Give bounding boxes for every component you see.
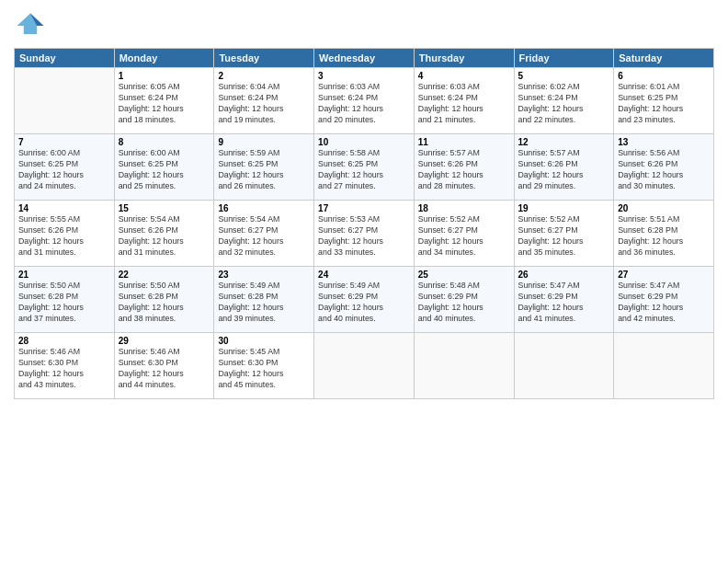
calendar-page: SundayMondayTuesdayWednesdayThursdayFrid… [0,0,728,563]
logo-icon [14,9,47,42]
day-info: Sunrise: 5:59 AMSunset: 6:25 PMDaylight:… [218,148,310,192]
day-info: Sunrise: 5:57 AMSunset: 6:26 PMDaylight:… [418,148,510,192]
calendar-cell: 27Sunrise: 5:47 AMSunset: 6:29 PMDayligh… [614,267,714,333]
calendar-cell: 28Sunrise: 5:46 AMSunset: 6:30 PMDayligh… [15,333,115,399]
day-info: Sunrise: 6:04 AMSunset: 6:24 PMDaylight:… [218,82,310,126]
calendar-body: 1Sunrise: 6:05 AMSunset: 6:24 PMDaylight… [15,68,714,399]
calendar-cell: 15Sunrise: 5:54 AMSunset: 6:26 PMDayligh… [114,201,214,267]
day-info: Sunrise: 5:58 AMSunset: 6:25 PMDaylight:… [318,148,410,192]
weekday-header: Saturday [614,49,714,68]
weekday-header: Sunday [15,49,115,68]
calendar-cell: 23Sunrise: 5:49 AMSunset: 6:28 PMDayligh… [214,267,314,333]
day-info: Sunrise: 5:51 AMSunset: 6:28 PMDaylight:… [618,214,710,259]
calendar-cell: 20Sunrise: 5:51 AMSunset: 6:28 PMDayligh… [614,201,714,267]
day-number: 6 [618,71,710,81]
day-number: 10 [318,137,410,147]
calendar-cell: 12Sunrise: 5:57 AMSunset: 6:26 PMDayligh… [514,134,614,201]
day-number: 27 [618,270,710,280]
calendar-cell: 16Sunrise: 5:54 AMSunset: 6:27 PMDayligh… [214,201,314,267]
day-number: 11 [418,137,510,147]
day-info: Sunrise: 5:45 AMSunset: 6:30 PMDaylight:… [218,347,310,391]
day-number: 4 [418,71,510,81]
day-number: 3 [318,71,410,81]
day-info: Sunrise: 5:52 AMSunset: 6:27 PMDaylight:… [518,214,610,259]
calendar-cell: 14Sunrise: 5:55 AMSunset: 6:26 PMDayligh… [15,201,115,267]
day-info: Sunrise: 6:00 AMSunset: 6:25 PMDaylight:… [18,148,110,192]
day-info: Sunrise: 5:56 AMSunset: 6:26 PMDaylight:… [618,148,710,192]
calendar-cell: 11Sunrise: 5:57 AMSunset: 6:26 PMDayligh… [414,134,514,201]
day-number: 21 [18,270,110,280]
calendar-cell [514,333,614,399]
day-number: 14 [18,203,110,213]
calendar-week-row: 14Sunrise: 5:55 AMSunset: 6:26 PMDayligh… [15,201,714,267]
day-number: 24 [318,270,410,280]
calendar-table: SundayMondayTuesdayWednesdayThursdayFrid… [14,48,714,399]
calendar-cell [15,68,115,134]
day-number: 9 [218,137,310,147]
day-number: 29 [119,336,210,346]
day-number: 22 [119,270,210,280]
calendar-cell [414,333,514,399]
day-info: Sunrise: 5:46 AMSunset: 6:30 PMDaylight:… [119,347,210,391]
day-info: Sunrise: 5:54 AMSunset: 6:26 PMDaylight:… [119,214,210,259]
day-number: 26 [518,270,610,280]
day-number: 2 [218,71,310,81]
day-info: Sunrise: 5:47 AMSunset: 6:29 PMDaylight:… [518,281,610,325]
day-info: Sunrise: 5:54 AMSunset: 6:27 PMDaylight:… [218,214,310,259]
calendar-cell: 8Sunrise: 6:00 AMSunset: 6:25 PMDaylight… [114,134,214,201]
calendar-cell: 13Sunrise: 5:56 AMSunset: 6:26 PMDayligh… [614,134,714,201]
logo [14,9,50,42]
day-number: 18 [418,203,510,213]
day-number: 30 [218,336,310,346]
day-info: Sunrise: 6:03 AMSunset: 6:24 PMDaylight:… [318,82,410,126]
day-info: Sunrise: 5:55 AMSunset: 6:26 PMDaylight:… [18,214,110,259]
calendar-cell: 6Sunrise: 6:01 AMSunset: 6:25 PMDaylight… [614,68,714,134]
day-info: Sunrise: 5:52 AMSunset: 6:27 PMDaylight:… [418,214,510,259]
calendar-week-row: 1Sunrise: 6:05 AMSunset: 6:24 PMDaylight… [15,68,714,134]
day-number: 17 [318,203,410,213]
day-info: Sunrise: 5:47 AMSunset: 6:29 PMDaylight:… [618,281,710,325]
day-number: 23 [218,270,310,280]
day-number: 20 [618,203,710,213]
calendar-cell: 9Sunrise: 5:59 AMSunset: 6:25 PMDaylight… [214,134,314,201]
day-number: 5 [518,71,610,81]
day-number: 15 [119,203,210,213]
calendar-cell: 30Sunrise: 5:45 AMSunset: 6:30 PMDayligh… [214,333,314,399]
calendar-cell [314,333,415,399]
calendar-cell [614,333,714,399]
calendar-week-row: 28Sunrise: 5:46 AMSunset: 6:30 PMDayligh… [15,333,714,399]
calendar-cell: 5Sunrise: 6:02 AMSunset: 6:24 PMDaylight… [514,68,614,134]
calendar-cell: 2Sunrise: 6:04 AMSunset: 6:24 PMDaylight… [214,68,314,134]
day-number: 16 [218,203,310,213]
weekday-header: Tuesday [214,49,314,68]
calendar-cell: 22Sunrise: 5:50 AMSunset: 6:28 PMDayligh… [114,267,214,333]
day-info: Sunrise: 5:48 AMSunset: 6:29 PMDaylight:… [418,281,510,325]
day-number: 13 [618,137,710,147]
day-info: Sunrise: 5:50 AMSunset: 6:28 PMDaylight:… [119,281,210,325]
calendar-cell: 1Sunrise: 6:05 AMSunset: 6:24 PMDaylight… [114,68,214,134]
day-info: Sunrise: 6:01 AMSunset: 6:25 PMDaylight:… [618,82,710,126]
calendar-cell: 21Sunrise: 5:50 AMSunset: 6:28 PMDayligh… [15,267,115,333]
calendar-week-row: 21Sunrise: 5:50 AMSunset: 6:28 PMDayligh… [15,267,714,333]
day-info: Sunrise: 5:57 AMSunset: 6:26 PMDaylight:… [518,148,610,192]
day-info: Sunrise: 6:00 AMSunset: 6:25 PMDaylight:… [119,148,210,192]
day-number: 8 [119,137,210,147]
calendar-cell: 26Sunrise: 5:47 AMSunset: 6:29 PMDayligh… [514,267,614,333]
day-info: Sunrise: 5:49 AMSunset: 6:29 PMDaylight:… [318,281,410,325]
day-number: 28 [18,336,110,346]
weekday-header: Thursday [414,49,514,68]
calendar-cell: 18Sunrise: 5:52 AMSunset: 6:27 PMDayligh… [414,201,514,267]
calendar-header: SundayMondayTuesdayWednesdayThursdayFrid… [15,49,714,68]
calendar-week-row: 7Sunrise: 6:00 AMSunset: 6:25 PMDaylight… [15,134,714,201]
day-info: Sunrise: 6:03 AMSunset: 6:24 PMDaylight:… [418,82,510,126]
calendar-cell: 7Sunrise: 6:00 AMSunset: 6:25 PMDaylight… [15,134,115,201]
day-info: Sunrise: 6:02 AMSunset: 6:24 PMDaylight:… [518,82,610,126]
weekday-header: Wednesday [314,49,415,68]
day-number: 12 [518,137,610,147]
calendar-cell: 4Sunrise: 6:03 AMSunset: 6:24 PMDaylight… [414,68,514,134]
calendar-cell: 29Sunrise: 5:46 AMSunset: 6:30 PMDayligh… [114,333,214,399]
calendar-cell: 19Sunrise: 5:52 AMSunset: 6:27 PMDayligh… [514,201,614,267]
day-number: 19 [518,203,610,213]
calendar-cell: 17Sunrise: 5:53 AMSunset: 6:27 PMDayligh… [314,201,415,267]
day-info: Sunrise: 5:53 AMSunset: 6:27 PMDaylight:… [318,214,410,259]
